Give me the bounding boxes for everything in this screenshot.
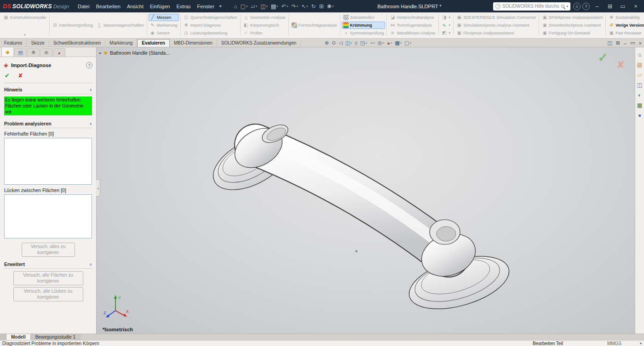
search-input[interactable]	[502, 4, 559, 9]
zoom-fit-button[interactable]: ⊕	[324, 40, 330, 46]
gaps-list[interactable]	[4, 194, 92, 238]
model-tab-bewegungsstudie-1[interactable]: Bewegungsstudie 1	[31, 334, 80, 340]
doc-close-icon[interactable]: ×	[639, 40, 642, 46]
ok-button[interactable]: ✔	[5, 72, 10, 79]
faulty-faces-list[interactable]	[4, 138, 92, 185]
apply-scene-button[interactable]: ▩▾	[394, 40, 402, 46]
curvature-comb-button[interactable]: ∿▾	[440, 22, 452, 29]
save-button[interactable]: ◫▾	[259, 2, 269, 11]
minimize-icon[interactable]: –	[592, 2, 603, 11]
custom-properties-icon[interactable]: ▦	[637, 102, 642, 108]
view-settings-button[interactable]: ▢▾	[403, 40, 412, 46]
appearances-icon[interactable]: ◐	[638, 92, 641, 98]
section-view-button[interactable]: ◫▾	[345, 40, 353, 46]
floxpress-icon: ▣	[456, 30, 462, 36]
design-library-icon[interactable]: ▤	[637, 62, 642, 68]
mass-properties-button: ∑Masseneigenschaften	[95, 22, 145, 29]
check-previous-version-button[interactable]: ↺Vorige Version prüfen	[607, 22, 644, 29]
edit-appearance-button[interactable]: ●▾	[386, 40, 393, 46]
help-search-box[interactable]: ? ▾	[493, 2, 570, 11]
curvature-button[interactable]: Krümmung	[342, 22, 385, 29]
search-icon[interactable]	[561, 5, 564, 8]
cancel-button[interactable]: ✘	[18, 72, 23, 79]
account-icon[interactable]: ☺	[573, 3, 581, 10]
new-document-button[interactable]: ▢▾	[239, 2, 249, 11]
menu-bearbeiten[interactable]: Bearbeiten	[93, 2, 124, 11]
tab-mbd-dimensionen[interactable]: MBD-Dimensionen	[170, 40, 217, 47]
print-button[interactable]: ▤▾	[270, 2, 280, 11]
file-explorer-icon[interactable]: ▱	[638, 72, 642, 78]
chevron-down-icon[interactable]: ▾	[566, 5, 568, 8]
parting-line-analysis-icon: ⋈	[390, 23, 395, 28]
markup-icon: ✎	[150, 23, 155, 28]
view-orientation-button[interactable]: ◳▾	[359, 40, 368, 46]
measure-button[interactable]: ╱Messen	[149, 14, 179, 21]
section-header-problem-analysieren[interactable]: Problem analysieren ∧	[4, 117, 92, 128]
pin-menu-icon[interactable]: ✦	[218, 4, 226, 9]
displaymanager-tab[interactable]: ◕	[53, 48, 65, 57]
model-tabs-scroll[interactable]	[0, 334, 6, 340]
forum-icon[interactable]: ●	[638, 113, 641, 119]
display-style-button[interactable]: ◔▾	[369, 40, 376, 46]
menu-einfugen[interactable]: Einfügen	[147, 2, 173, 11]
file-properties-button[interactable]: ⊞	[318, 2, 325, 11]
pane-split-icon[interactable]: ◫	[607, 40, 612, 46]
performance-evaluation-button: ◷Leistungsbewertung	[182, 29, 239, 37]
hide-show-items-button[interactable]: ◎▾	[377, 40, 385, 46]
featuremanager-tab[interactable]: ◆	[1, 47, 14, 57]
statusbar-options-icon[interactable]: ▾	[640, 341, 642, 346]
options-button[interactable]: ✱▾	[326, 2, 335, 11]
help-icon[interactable]: ?	[582, 3, 590, 10]
tab-markierung[interactable]: Markierung	[105, 40, 137, 47]
ribbon-group: Formschrägeanalyse	[289, 13, 339, 38]
open-button[interactable]: ▱▾	[249, 2, 259, 11]
dynamic-annotation-button[interactable]: ◊	[354, 40, 358, 46]
menu-datei[interactable]: Datei	[75, 2, 93, 11]
breadcrumb-arrow-icon[interactable]: ▸	[99, 51, 102, 55]
ribbon-item-label: Fertigung On-Demand	[549, 31, 590, 35]
resources-home-icon[interactable]: ⌂	[638, 52, 641, 58]
ribbon-item-label: 3DEXPERIENCE Simulation Connector	[463, 15, 536, 20]
doc-restore-icon[interactable]: ▭	[630, 40, 635, 46]
model-3d-bathroom-handle[interactable]	[97, 47, 635, 334]
ribbon-separator	[49, 15, 50, 36]
redo-button[interactable]: ↷▾	[290, 2, 299, 11]
tab-evaluieren[interactable]: Evaluieren	[137, 39, 170, 47]
menu-fenster[interactable]: Fenster	[194, 2, 218, 11]
model-tab-modell[interactable]: Modell	[6, 334, 31, 340]
tab-solidworks-zusatzanwendungen[interactable]: SOLIDWORKS Zusatzanwendungen	[217, 40, 301, 47]
doc-minimize-icon[interactable]: –	[624, 40, 627, 46]
view-palette-icon[interactable]: ◫	[637, 82, 642, 88]
confirmation-cancel-icon[interactable]: ✘	[616, 59, 625, 70]
pane-grid-icon[interactable]: ⊞	[616, 40, 620, 46]
edit-appearance-icon: ●	[387, 40, 390, 46]
dimxpertmanager-tab[interactable]: ⊕	[40, 48, 52, 57]
section-header-hinweis[interactable]: Hinweis ∧	[4, 83, 92, 94]
menu-extras[interactable]: Extras	[173, 2, 194, 11]
dropdown-caret-icon: ▾	[383, 41, 385, 45]
viewport[interactable]: ▸ ◆ Bathroom Handle (Standa... ✓ ✘ * Y X…	[97, 47, 635, 334]
tab-schweisskonstruktionen[interactable]: Schweißkonstruktionen	[49, 40, 105, 47]
tab-features[interactable]: Features	[0, 40, 27, 47]
close-icon[interactable]: ×	[630, 2, 641, 11]
previous-view-button[interactable]: ◁	[338, 40, 343, 46]
tile-windows-icon[interactable]: ⊞	[604, 2, 615, 11]
confirmation-ok-icon[interactable]: ✓	[598, 50, 608, 65]
home-button[interactable]: ⌂	[232, 2, 238, 11]
propertymanager-tab[interactable]: ▤	[14, 48, 27, 57]
menu-ansicht[interactable]: Ansicht	[124, 2, 147, 11]
curvature-icon	[343, 23, 349, 28]
configurationmanager-tab[interactable]: ✱	[27, 48, 40, 57]
gaps-label: Lücken zwischen Flächen [0]	[4, 187, 92, 193]
restore-icon[interactable]: ▭	[617, 2, 628, 11]
help-button[interactable]: ?	[86, 62, 92, 68]
select-button[interactable]: ↖▾	[300, 2, 310, 11]
panel-collapse-handle[interactable]: ◂	[96, 179, 100, 197]
breadcrumb[interactable]: ▸ ◆ Bathroom Handle (Standa...	[99, 50, 170, 56]
tab-skizze[interactable]: Skizze	[27, 40, 49, 47]
section-header-erweitert[interactable]: Erweitert ∧	[4, 258, 92, 269]
rebuild-button[interactable]: ↻	[310, 2, 317, 11]
units-label[interactable]: MMGS	[607, 341, 621, 346]
zoom-area-button[interactable]: ⊙	[331, 40, 337, 46]
undo-button[interactable]: ↶▾	[280, 2, 290, 11]
